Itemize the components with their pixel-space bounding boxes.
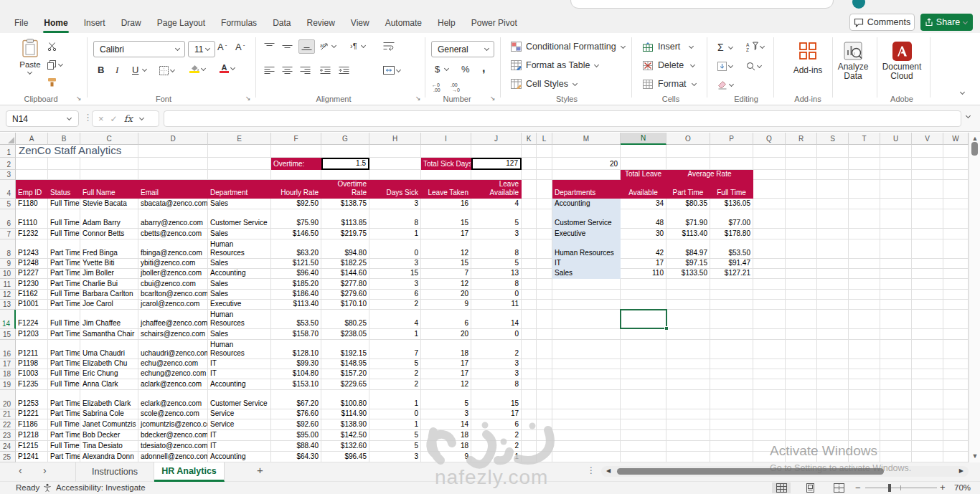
cell-H10[interactable]: 15	[369, 269, 421, 279]
tab-insert[interactable]: Insert	[76, 14, 113, 33]
cell-B2[interactable]	[48, 158, 80, 170]
cell-B8[interactable]: Part Time	[48, 239, 80, 259]
bold-button[interactable]: B	[98, 65, 104, 75]
cell-I9[interactable]: 15	[421, 259, 471, 269]
col-header-O[interactable]: O	[666, 133, 710, 145]
col-header-A[interactable]: A	[16, 133, 48, 145]
cell-M18[interactable]	[552, 369, 621, 379]
number-dialog-launcher[interactable]: ↘	[490, 95, 496, 102]
cell-B9[interactable]: Part Time	[48, 259, 80, 269]
cell-O13[interactable]	[666, 300, 710, 310]
cell-S13[interactable]	[817, 300, 849, 310]
tab-help[interactable]: Help	[430, 14, 463, 33]
cell-U12[interactable]	[880, 290, 912, 300]
cell-R22[interactable]	[786, 419, 817, 430]
cell-Q10[interactable]	[753, 269, 786, 279]
cell-L5[interactable]	[537, 199, 552, 209]
cell-J9[interactable]: 5	[471, 259, 522, 269]
cell-D25[interactable]: adonnell@zenco.com	[138, 452, 208, 462]
cell-B3[interactable]	[48, 170, 80, 180]
expand-formula-bar-chevron[interactable]	[966, 114, 971, 119]
cell-O8[interactable]: $84.97	[666, 239, 710, 259]
cell-L16[interactable]	[537, 340, 552, 359]
cell-H23[interactable]: 5	[369, 430, 421, 441]
cell-E10[interactable]: Accounting	[208, 269, 271, 279]
cell-W20[interactable]	[943, 390, 969, 409]
cell-S20[interactable]	[817, 390, 849, 409]
cell-J5[interactable]: 4	[471, 199, 522, 209]
cell-P20[interactable]	[710, 390, 753, 409]
cell-T18[interactable]	[849, 369, 880, 379]
cell-B21[interactable]: Part Time	[48, 409, 80, 419]
font-name-combo[interactable]: Calibri	[93, 41, 185, 57]
accounting-format-button[interactable]: $	[435, 64, 450, 75]
scroll-right-arrow[interactable]: ▶	[959, 467, 963, 474]
cell-O20[interactable]	[666, 390, 710, 409]
cell-T3[interactable]	[849, 170, 880, 180]
cell-O14[interactable]	[666, 310, 710, 329]
cell-B6[interactable]: Full Time	[48, 209, 80, 229]
cell-E24[interactable]: IT	[208, 441, 271, 452]
cell-B18[interactable]: Full Time	[48, 369, 80, 379]
cell-R18[interactable]	[786, 369, 817, 379]
cell-V3[interactable]	[912, 170, 943, 180]
cell-R1[interactable]	[786, 145, 817, 158]
col-header-F[interactable]: F	[271, 133, 321, 145]
cell-O6[interactable]: $71.90	[666, 209, 710, 229]
cell-A18[interactable]: F1003	[16, 369, 48, 379]
cell-P13[interactable]	[710, 300, 753, 310]
col-header-I[interactable]: I	[421, 133, 471, 145]
cell-E21[interactable]: Service	[208, 409, 271, 419]
cell-L1[interactable]	[537, 145, 552, 158]
cell-V11[interactable]	[912, 279, 943, 290]
font-size-combo[interactable]: 11	[188, 41, 215, 57]
col-header-V[interactable]: V	[912, 133, 943, 145]
cell-A11[interactable]: P1230	[16, 279, 48, 290]
cell-B10[interactable]: Part Time	[48, 269, 80, 279]
cell-R21[interactable]	[786, 409, 817, 419]
cell-N3[interactable]: Total Leave	[621, 170, 666, 180]
cell-N17[interactable]	[621, 359, 666, 369]
cell-B16[interactable]: Part Time	[48, 340, 80, 359]
cell-F24[interactable]: $88.40	[271, 441, 321, 452]
cell-K20[interactable]	[522, 390, 537, 409]
cell-H17[interactable]: 5	[369, 359, 421, 369]
col-header-U[interactable]: U	[880, 133, 912, 145]
cell-M20[interactable]	[552, 390, 621, 409]
cell-M3[interactable]	[552, 170, 621, 180]
cell-R6[interactable]	[786, 209, 817, 229]
cell-G17[interactable]: $148.95	[321, 359, 369, 369]
cell-P11[interactable]	[710, 279, 753, 290]
cell-C19[interactable]: Anna Clark	[80, 379, 138, 390]
number-format-combo[interactable]: General	[431, 41, 494, 57]
cell-R13[interactable]	[786, 300, 817, 310]
cell-W2[interactable]	[943, 158, 969, 170]
cell-D2[interactable]	[138, 158, 208, 170]
cell-T1[interactable]	[849, 145, 880, 158]
cell-Q15[interactable]	[753, 329, 786, 340]
cell-U15[interactable]	[880, 329, 912, 340]
cell-P17[interactable]	[710, 359, 753, 369]
cell-K1[interactable]	[522, 145, 537, 158]
cell-A2[interactable]	[16, 158, 48, 170]
cell-C9[interactable]: Yvette Biti	[80, 259, 138, 269]
cell-A16[interactable]: P1211	[16, 340, 48, 359]
cell-D14[interactable]: jchaffee@zenco.com	[138, 310, 208, 329]
cell-H1[interactable]	[369, 145, 421, 158]
next-sheet-arrow[interactable]: ›	[43, 465, 47, 476]
cell-J10[interactable]: 13	[471, 269, 522, 279]
cell-J18[interactable]: 3	[471, 369, 522, 379]
cell-O1[interactable]	[666, 145, 710, 158]
cell-S5[interactable]	[817, 199, 849, 209]
cell-H21[interactable]: 0	[369, 409, 421, 419]
sheetbar-divider-dots[interactable]: ⋮	[587, 465, 595, 475]
format-painter-button[interactable]	[47, 77, 57, 87]
add-sheet-button[interactable]: +	[257, 464, 263, 476]
cell-T6[interactable]	[849, 209, 880, 229]
cell-D19[interactable]: aclark@zenco.com	[138, 379, 208, 390]
cell-R12[interactable]	[786, 290, 817, 300]
format-cells-button[interactable]: Format	[643, 79, 697, 89]
cell-R2[interactable]	[786, 158, 817, 170]
cell-G2[interactable]: 1.5	[321, 158, 369, 170]
increase-decimal-button[interactable]: ←0.00	[432, 82, 446, 92]
